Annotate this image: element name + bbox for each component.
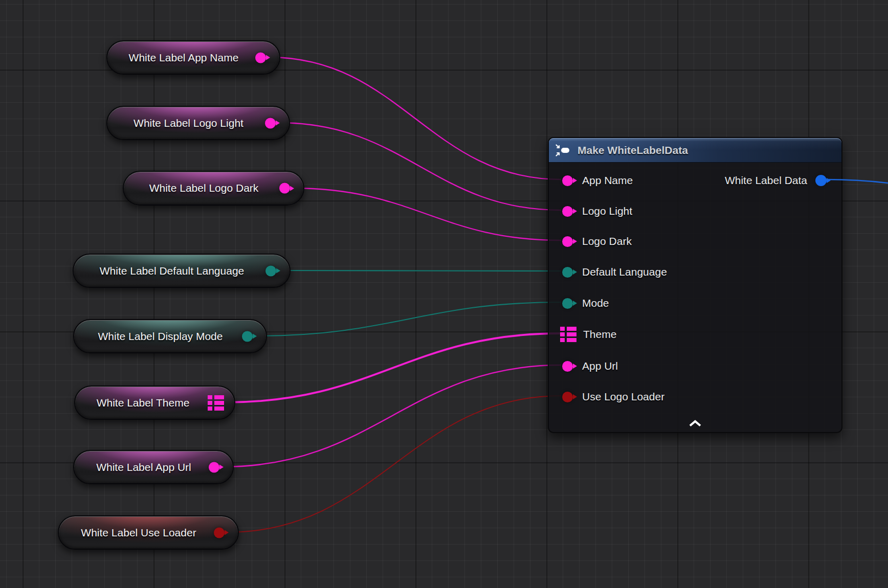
variable-node-white-label-display-mode[interactable]: White Label Display Mode xyxy=(73,319,267,353)
input-row-logo-dark: Logo Dark xyxy=(562,231,632,252)
input-row-default-language: Default Language xyxy=(562,262,667,282)
input-row-logo-light: Logo Light xyxy=(562,201,632,221)
text-output-pin[interactable] xyxy=(242,331,253,342)
struct-pin-icon[interactable] xyxy=(560,327,576,342)
bool-output-pin[interactable] xyxy=(214,527,225,538)
text-output-pin[interactable] xyxy=(265,265,276,276)
chevron-up-icon xyxy=(689,420,702,427)
pin-label: Theme xyxy=(583,328,616,341)
bool-input-pin[interactable] xyxy=(562,392,573,402)
pin-label: Use Logo Loader xyxy=(582,391,664,403)
wire-theme[interactable] xyxy=(225,333,561,402)
variable-node-white-label-app-url[interactable]: White Label App Url xyxy=(73,450,234,484)
variable-label: White Label Default Language xyxy=(74,255,290,287)
string-output-pin[interactable] xyxy=(265,118,276,128)
pin-label: Default Language xyxy=(582,266,667,278)
input-row-theme: Theme xyxy=(560,324,616,345)
pin-label: White Label Data xyxy=(725,174,807,187)
input-row-app-url: App Url xyxy=(562,356,618,376)
wire-app-name[interactable] xyxy=(269,57,561,179)
struct-output-pin[interactable] xyxy=(815,175,827,186)
text-input-pin[interactable] xyxy=(562,298,573,309)
output-row-white-label-data: White Label Data xyxy=(725,170,827,191)
variable-node-white-label-use-loader[interactable]: White Label Use Loader xyxy=(58,515,239,550)
string-input-pin[interactable] xyxy=(562,206,573,217)
pin-label: Mode xyxy=(582,297,609,309)
string-output-pin[interactable] xyxy=(209,462,219,472)
variable-label: White Label Logo Light xyxy=(107,107,289,139)
variable-node-white-label-logo-dark[interactable]: White Label Logo Dark xyxy=(123,171,304,206)
pin-label: App Name xyxy=(582,174,633,187)
input-row-use-logo-loader: Use Logo Loader xyxy=(562,387,664,407)
pin-label: Logo Light xyxy=(582,205,632,217)
variable-node-white-label-default-language[interactable]: White Label Default Language xyxy=(73,254,291,288)
make-struct-icon xyxy=(556,144,571,156)
string-output-pin[interactable] xyxy=(255,52,266,63)
text-input-pin[interactable] xyxy=(562,267,573,278)
wire-app-url[interactable] xyxy=(223,365,561,467)
input-row-app-name: App Name xyxy=(562,170,633,191)
make-whitelabeldata-node[interactable]: Make WhiteLabelData App Name Logo Light … xyxy=(548,137,842,433)
string-input-pin[interactable] xyxy=(562,175,573,186)
variable-node-white-label-app-name[interactable]: White Label App Name xyxy=(106,40,280,75)
wire-logo-dark[interactable] xyxy=(293,188,561,240)
input-row-mode: Mode xyxy=(562,293,609,313)
string-output-pin[interactable] xyxy=(279,183,290,194)
wire-default-language[interactable] xyxy=(279,270,561,271)
wire-logo-light[interactable] xyxy=(279,123,561,210)
variable-node-white-label-logo-light[interactable]: White Label Logo Light xyxy=(106,106,290,140)
pin-label: App Url xyxy=(582,360,618,372)
wire-use-loader[interactable] xyxy=(228,396,561,532)
node-title: Make WhiteLabelData xyxy=(578,144,688,156)
variable-label: White Label Logo Dark xyxy=(124,172,303,205)
variable-label: White Label App Name xyxy=(107,41,279,74)
string-input-pin[interactable] xyxy=(562,236,573,247)
struct-pin-icon[interactable] xyxy=(208,395,224,411)
blueprint-graph-canvas[interactable]: White Label App Name White Label Logo Li… xyxy=(0,0,888,588)
pin-label: Logo Dark xyxy=(582,235,632,247)
string-input-pin[interactable] xyxy=(562,361,573,372)
wire-display-mode[interactable] xyxy=(256,302,561,336)
node-header[interactable]: Make WhiteLabelData xyxy=(549,138,841,163)
variable-label: White Label Use Loader xyxy=(59,516,238,549)
variable-label: White Label Display Mode xyxy=(74,320,266,352)
collapse-node-button[interactable] xyxy=(685,418,705,429)
variable-node-white-label-theme[interactable]: White Label Theme xyxy=(74,386,235,420)
